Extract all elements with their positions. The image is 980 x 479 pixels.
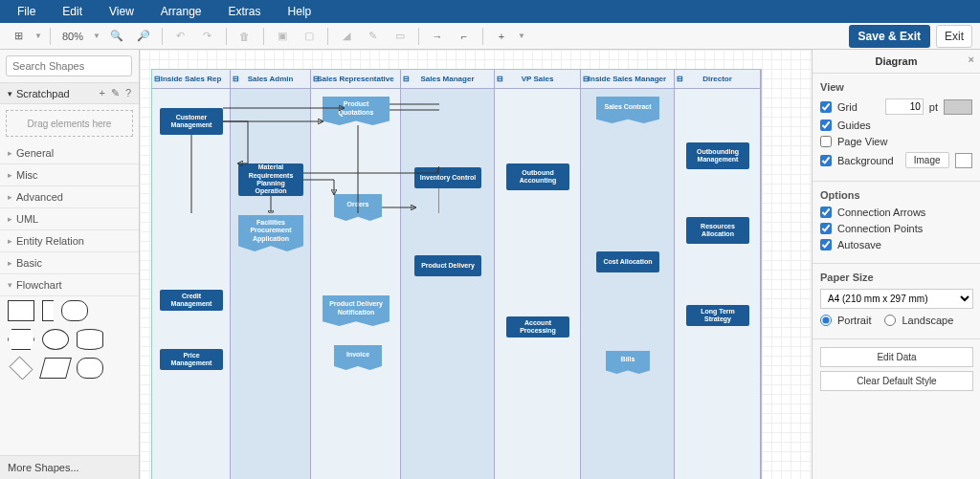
portrait-radio[interactable] (820, 315, 832, 326)
grid-checkbox[interactable] (820, 101, 832, 113)
bg-color-swatch[interactable] (955, 153, 972, 168)
exit-button[interactable]: Exit (936, 25, 972, 48)
zoom-in-icon[interactable]: 🔍 (106, 26, 127, 47)
lane-head-5[interactable]: Inside Sales Manager (581, 70, 674, 89)
add-icon[interactable]: + (491, 26, 512, 47)
lane-head-2[interactable]: Sales Representative (311, 70, 400, 89)
node-mat[interactable]: Material Requirements Planning Operation (238, 163, 303, 196)
undo-icon[interactable]: ↶ (170, 26, 191, 47)
node-orders[interactable]: Orders (334, 194, 382, 221)
node-lts[interactable]: Long Term Strategy (686, 305, 749, 326)
waypoint-icon[interactable]: ⌐ (454, 26, 475, 47)
fill-icon[interactable]: ◢ (336, 26, 357, 47)
close-panel-icon[interactable]: × (969, 54, 974, 65)
grid-size-input[interactable] (885, 98, 924, 115)
shape-parallel[interactable] (39, 358, 72, 379)
scratchpad-label: Scratchpad (16, 88, 70, 99)
canvas[interactable]: Inside Sales Rep Customer Management Cre… (140, 50, 812, 479)
node-oa[interactable]: Outbound Accounting (506, 163, 569, 190)
node-pq[interactable]: Product Quotations (323, 97, 390, 125)
right-panel: Diagram× View Gridpt Guides Page View Ba… (812, 50, 980, 479)
scratchpad-add-icon[interactable]: + (99, 87, 104, 99)
section-paper: Paper Size (820, 272, 972, 283)
menu-view[interactable]: View (96, 5, 147, 18)
paper-size-select[interactable]: A4 (210 mm x 297 mm) (820, 289, 973, 309)
shape-diamond[interactable] (10, 357, 33, 381)
shape-round[interactable] (61, 300, 88, 321)
clear-style-button[interactable]: Clear Default Style (820, 371, 973, 391)
front-icon[interactable]: ▣ (272, 26, 293, 47)
shape-cylinder[interactable] (77, 329, 103, 350)
node-om[interactable]: Outbounding Management (686, 142, 749, 169)
node-credit[interactable]: Credit Management (160, 290, 223, 311)
pageview-checkbox[interactable] (820, 136, 832, 147)
scratchpad-edit-icon[interactable]: ✎ (111, 87, 120, 99)
node-ca[interactable]: Cost Allocation (596, 251, 659, 272)
layout-icon[interactable]: ⊞ (8, 26, 29, 47)
grid-color-swatch[interactable] (944, 99, 972, 115)
cat-advanced[interactable]: Advanced (0, 186, 139, 208)
scratchpad-help-icon[interactable]: ? (125, 87, 131, 99)
delete-icon[interactable]: 🗑 (234, 26, 256, 47)
conn-points-checkbox[interactable] (820, 223, 832, 234)
cat-uml[interactable]: UML (0, 208, 139, 230)
cat-entity[interactable]: Entity Relation (0, 230, 139, 252)
node-pdn[interactable]: Product Delivery Notification (323, 295, 390, 326)
shadow-icon[interactable]: ▭ (390, 26, 411, 47)
zoom-out-icon[interactable]: 🔎 (133, 26, 154, 47)
shape-hex[interactable] (8, 329, 34, 350)
save-exit-button[interactable]: Save & Exit (849, 25, 930, 48)
shape-bracket[interactable] (42, 300, 54, 321)
sidebar: ▾Scratchpad + ✎ ? Drag elements here Gen… (0, 50, 140, 479)
line-icon[interactable]: ✎ (363, 26, 384, 47)
shape-rounded2[interactable] (77, 358, 103, 379)
node-sc[interactable]: Sales Contract (596, 97, 659, 123)
image-button[interactable]: Image (905, 152, 949, 168)
swimlanes[interactable]: Inside Sales Rep Customer Management Cre… (151, 69, 762, 479)
node-invoice[interactable]: Invoice (334, 345, 382, 370)
lane-head-4[interactable]: VP Sales (495, 70, 580, 89)
section-view: View (820, 81, 972, 93)
section-options: Options (820, 189, 972, 201)
landscape-radio[interactable] (884, 315, 896, 326)
cat-misc[interactable]: Misc (0, 164, 139, 186)
guides-checkbox[interactable] (820, 120, 832, 131)
zoom-level[interactable]: 80% (58, 31, 87, 42)
node-fac[interactable]: Facilities Procurement Application (238, 215, 303, 251)
back-icon[interactable]: ▢ (299, 26, 320, 47)
shape-rect[interactable] (8, 300, 34, 321)
autosave-checkbox[interactable] (820, 239, 832, 250)
node-pd[interactable]: Product Delivery (414, 255, 481, 276)
menubar: File Edit View Arrange Extras Help (0, 0, 980, 23)
search-input[interactable] (6, 55, 132, 76)
menu-help[interactable]: Help (275, 5, 325, 18)
lane-head-0[interactable]: Inside Sales Rep (152, 70, 230, 89)
bg-checkbox[interactable] (820, 155, 832, 166)
lane-head-1[interactable]: Sales Admin (231, 70, 310, 89)
shape-ellipse[interactable] (42, 329, 69, 350)
menu-arrange[interactable]: Arrange (147, 5, 215, 18)
cat-basic[interactable]: Basic (0, 252, 139, 274)
menu-edit[interactable]: Edit (49, 5, 96, 18)
conn-arrows-checkbox[interactable] (820, 207, 832, 218)
connection-icon[interactable]: → (427, 26, 448, 47)
lane-head-6[interactable]: Director (675, 70, 760, 89)
node-ra[interactable]: Resources Allocation (686, 217, 749, 244)
cat-flowchart[interactable]: Flowchart (0, 274, 139, 296)
scratchpad-dropzone[interactable]: Drag elements here (6, 110, 133, 137)
node-bills[interactable]: Bills (606, 351, 650, 374)
toolbar: ⊞ ▼ 80% ▼ 🔍 🔎 ↶ ↷ 🗑 ▣ ▢ ◢ ✎ ▭ → ⌐ + ▼ Sa… (0, 23, 980, 50)
panel-title: Diagram (875, 55, 917, 67)
menu-extras[interactable]: Extras (215, 5, 275, 18)
node-price[interactable]: Price Management (160, 349, 223, 370)
lane-head-3[interactable]: Sales Manager (401, 70, 494, 89)
more-shapes-button[interactable]: More Shapes... (0, 455, 139, 479)
cat-general[interactable]: General (0, 142, 139, 164)
node-inv[interactable]: Inventory Control (414, 167, 481, 188)
node-ap[interactable]: Account Processing (506, 316, 569, 337)
redo-icon[interactable]: ↷ (197, 26, 218, 47)
edit-data-button[interactable]: Edit Data (820, 347, 973, 367)
node-cust[interactable]: Customer Management (160, 108, 223, 135)
menu-file[interactable]: File (4, 5, 49, 18)
